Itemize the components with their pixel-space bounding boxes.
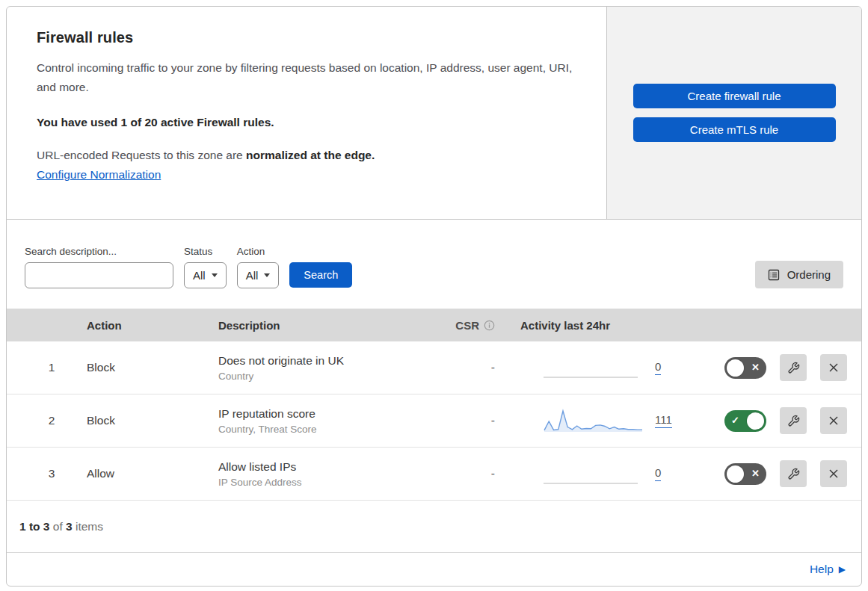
wrench-icon	[787, 362, 800, 374]
x-icon	[827, 467, 840, 480]
ordering-button[interactable]: Ordering	[755, 261, 843, 288]
rule-controls	[692, 407, 861, 434]
page-title: Firewall rules	[37, 29, 576, 46]
create-firewall-rule-button[interactable]: Create firewall rule	[633, 84, 836, 108]
search-label: Search description...	[25, 246, 173, 257]
status-label: Status	[184, 246, 227, 257]
edit-rule-button[interactable]	[780, 460, 807, 487]
page-description: Control incoming traffic to your zone by…	[37, 58, 576, 97]
header-text-block: Firewall rules Control incoming traffic …	[7, 7, 606, 219]
rule-enabled-toggle[interactable]	[724, 463, 766, 485]
items-of: of	[49, 520, 66, 533]
ordering-list-icon	[768, 269, 780, 281]
delete-rule-button[interactable]	[820, 460, 847, 487]
rule-description: Allow listed IPs	[218, 460, 431, 474]
toggle-knob	[727, 465, 744, 483]
wrench-icon	[787, 415, 800, 427]
rule-activity-cell: 0	[505, 460, 692, 487]
rule-description-cell: Does not originate in UK Country	[212, 354, 431, 382]
search-field-group: Search description...	[25, 246, 173, 288]
firewall-rules-panel: Firewall rules Control incoming traffic …	[6, 6, 862, 587]
column-description: Description	[212, 319, 431, 332]
normalization-bold: normalized at the edge.	[246, 149, 375, 161]
rule-controls	[692, 460, 861, 487]
help-label: Help	[810, 563, 834, 576]
filter-controls: Search description... Status All Action	[25, 246, 352, 288]
wrench-icon	[787, 468, 800, 480]
info-icon[interactable]	[484, 320, 495, 331]
table-row: 3 Allow Allow listed IPs IP Source Addre…	[7, 448, 861, 501]
items-range: 1 to 3	[19, 520, 49, 533]
activity-count-link[interactable]: 0	[655, 360, 661, 375]
toggle-knob	[747, 412, 764, 430]
status-dropdown-value: All	[193, 269, 206, 282]
chevron-down-icon	[264, 273, 270, 277]
action-label: Action	[237, 246, 280, 257]
normalization-note: URL-encoded Requests to this zone are no…	[37, 149, 576, 162]
rule-csr: -	[431, 467, 505, 480]
create-mtls-rule-button[interactable]: Create mTLS rule	[633, 117, 836, 142]
column-csr: CSR	[431, 319, 505, 332]
rule-priority: 1	[7, 361, 78, 374]
rule-enabled-toggle[interactable]	[724, 410, 766, 432]
rule-fields: IP Source Address	[218, 477, 431, 488]
delete-rule-button[interactable]	[820, 407, 847, 434]
x-icon	[827, 361, 840, 374]
action-dropdown[interactable]: All	[237, 262, 280, 288]
items-total: 3	[66, 520, 73, 533]
chevron-down-icon	[212, 273, 218, 277]
rule-action: Allow	[78, 467, 212, 480]
rule-action: Block	[78, 414, 212, 427]
search-input-box[interactable]	[25, 262, 173, 288]
activity-sparkline	[543, 354, 644, 381]
rule-activity-cell: 111	[505, 407, 692, 434]
rule-description-cell: IP reputation score Country, Threat Scor…	[212, 407, 431, 435]
search-button[interactable]: Search	[289, 262, 352, 288]
activity-sparkline	[543, 460, 644, 487]
rule-csr: -	[431, 414, 505, 427]
rule-description-cell: Allow listed IPs IP Source Address	[212, 460, 431, 488]
csr-header-label: CSR	[455, 319, 479, 332]
items-label: items	[73, 520, 103, 533]
normalization-text: URL-encoded Requests to this zone are	[37, 149, 246, 161]
configure-normalization-link[interactable]: Configure Normalization	[37, 168, 161, 181]
activity-sparkline	[543, 407, 644, 434]
search-input[interactable]	[39, 270, 174, 282]
edit-rule-button[interactable]	[780, 354, 807, 381]
help-link[interactable]: Help ▶	[810, 563, 846, 576]
column-action: Action	[78, 319, 212, 332]
activity-count-link[interactable]: 0	[655, 466, 661, 481]
filter-bar: Search description... Status All Action	[7, 220, 861, 309]
usage-note: You have used 1 of 20 active Firewall ru…	[37, 116, 576, 129]
rule-description: Does not originate in UK	[218, 354, 431, 368]
toggle-knob	[727, 359, 744, 377]
rule-priority: 3	[7, 467, 78, 480]
rule-activity-cell: 0	[505, 354, 692, 381]
pagination-summary: 1 to 3 of 3 items	[7, 501, 861, 553]
header-section: Firewall rules Control incoming traffic …	[7, 7, 861, 220]
x-icon	[827, 414, 840, 427]
delete-rule-button[interactable]	[820, 354, 847, 381]
rule-csr: -	[431, 361, 505, 374]
rule-fields: Country	[218, 371, 431, 382]
triangle-right-icon: ▶	[839, 565, 846, 574]
rule-priority: 2	[7, 414, 78, 427]
activity-count-link[interactable]: 111	[655, 413, 672, 428]
action-dropdown-value: All	[246, 269, 259, 282]
table-header: Action Description CSR Activity last 24h…	[7, 309, 861, 341]
ordering-button-label: Ordering	[787, 268, 831, 281]
rule-controls	[692, 354, 861, 381]
rule-description: IP reputation score	[218, 407, 431, 421]
rule-enabled-toggle[interactable]	[724, 357, 766, 379]
status-dropdown[interactable]: All	[184, 262, 227, 288]
status-filter-group: Status All	[184, 246, 227, 288]
table-row: 2 Block IP reputation score Country, Thr…	[7, 394, 861, 448]
rule-action: Block	[78, 361, 212, 374]
table-row: 1 Block Does not originate in UK Country…	[7, 341, 861, 394]
column-activity: Activity last 24hr	[505, 319, 692, 332]
actions-panel: Create firewall rule Create mTLS rule	[606, 7, 861, 219]
edit-rule-button[interactable]	[780, 407, 807, 434]
action-filter-group: Action All	[237, 246, 280, 288]
help-bar: Help ▶	[7, 553, 861, 586]
rule-fields: Country, Threat Score	[218, 424, 431, 435]
